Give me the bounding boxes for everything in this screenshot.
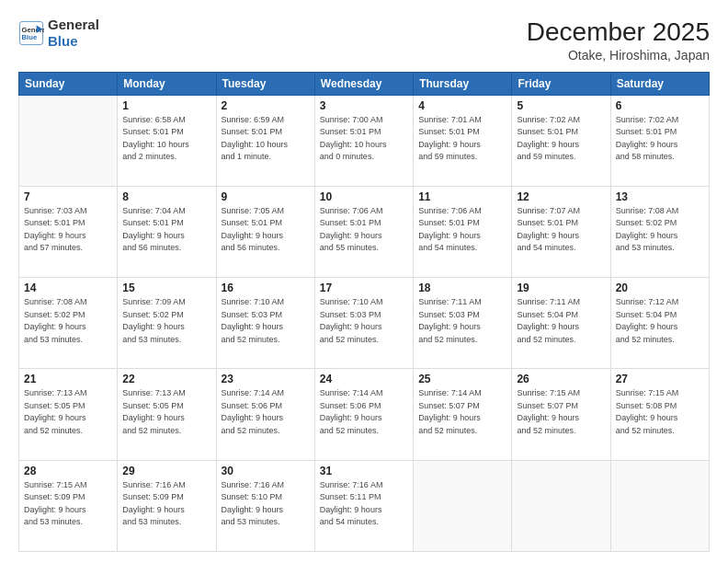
svg-text:Blue: Blue: [22, 33, 38, 41]
table-cell: 26Sunrise: 7:15 AMSunset: 5:07 PMDayligh…: [512, 369, 610, 460]
table-cell: [512, 460, 610, 551]
day-number: 10: [320, 190, 408, 203]
day-info: Sunrise: 7:01 AMSunset: 5:01 PMDaylight:…: [418, 114, 506, 164]
header: General Blue General Blue December 2025 …: [18, 17, 710, 63]
day-number: 12: [517, 190, 605, 203]
table-cell: 16Sunrise: 7:10 AMSunset: 5:03 PMDayligh…: [216, 278, 314, 369]
weekday-thursday: Thursday: [414, 72, 512, 95]
day-number: 13: [616, 190, 704, 203]
table-cell: 9Sunrise: 7:05 AMSunset: 5:01 PMDaylight…: [216, 186, 314, 277]
day-info: Sunrise: 6:58 AMSunset: 5:01 PMDaylight:…: [122, 114, 210, 164]
day-number: 7: [24, 190, 112, 203]
table-cell: 2Sunrise: 6:59 AMSunset: 5:01 PMDaylight…: [216, 95, 314, 186]
table-cell: 17Sunrise: 7:10 AMSunset: 5:03 PMDayligh…: [314, 278, 413, 369]
logo: General Blue General Blue: [18, 17, 99, 50]
day-info: Sunrise: 7:14 AMSunset: 5:06 PMDaylight:…: [222, 387, 310, 437]
day-number: 22: [122, 373, 210, 385]
table-cell: 1Sunrise: 6:58 AMSunset: 5:01 PMDaylight…: [118, 95, 216, 186]
table-cell: 12Sunrise: 7:07 AMSunset: 5:01 PMDayligh…: [512, 186, 610, 277]
day-number: 20: [616, 282, 704, 294]
weekday-saturday: Saturday: [610, 72, 709, 95]
day-info: Sunrise: 7:13 AMSunset: 5:05 PMDaylight:…: [122, 387, 210, 437]
table-cell: 22Sunrise: 7:13 AMSunset: 5:05 PMDayligh…: [118, 369, 216, 460]
day-info: Sunrise: 7:06 AMSunset: 5:01 PMDaylight:…: [418, 205, 506, 255]
day-info: Sunrise: 7:16 AMSunset: 5:10 PMDaylight:…: [222, 479, 310, 529]
week-row-4: 28Sunrise: 7:15 AMSunset: 5:09 PMDayligh…: [19, 460, 710, 551]
weekday-wednesday: Wednesday: [314, 72, 413, 95]
day-info: Sunrise: 7:00 AMSunset: 5:01 PMDaylight:…: [320, 114, 408, 164]
week-row-3: 21Sunrise: 7:13 AMSunset: 5:05 PMDayligh…: [19, 369, 710, 460]
weekday-friday: Friday: [512, 72, 610, 95]
day-info: Sunrise: 7:03 AMSunset: 5:01 PMDaylight:…: [24, 205, 112, 255]
day-number: 21: [24, 373, 112, 385]
day-number: 3: [320, 99, 408, 112]
day-number: 18: [418, 282, 506, 294]
day-number: 29: [122, 465, 210, 477]
day-info: Sunrise: 7:07 AMSunset: 5:01 PMDaylight:…: [517, 205, 605, 255]
day-number: 31: [320, 465, 408, 477]
table-cell: 7Sunrise: 7:03 AMSunset: 5:01 PMDaylight…: [19, 186, 118, 277]
table-cell: 10Sunrise: 7:06 AMSunset: 5:01 PMDayligh…: [314, 186, 413, 277]
weekday-monday: Monday: [118, 72, 216, 95]
day-number: 25: [418, 373, 506, 385]
table-cell: 23Sunrise: 7:14 AMSunset: 5:06 PMDayligh…: [216, 369, 314, 460]
day-info: Sunrise: 7:14 AMSunset: 5:06 PMDaylight:…: [320, 387, 408, 437]
logo-text-blue: Blue: [48, 33, 99, 50]
table-cell: 27Sunrise: 7:15 AMSunset: 5:08 PMDayligh…: [610, 369, 709, 460]
table-cell: 11Sunrise: 7:06 AMSunset: 5:01 PMDayligh…: [414, 186, 512, 277]
table-cell: 14Sunrise: 7:08 AMSunset: 5:02 PMDayligh…: [19, 278, 118, 369]
logo-icon: General Blue: [18, 20, 44, 46]
day-number: 15: [122, 282, 210, 294]
table-cell: 20Sunrise: 7:12 AMSunset: 5:04 PMDayligh…: [610, 278, 709, 369]
day-number: 24: [320, 373, 408, 385]
day-info: Sunrise: 7:12 AMSunset: 5:04 PMDaylight:…: [616, 296, 704, 346]
table-cell: 21Sunrise: 7:13 AMSunset: 5:05 PMDayligh…: [19, 369, 118, 460]
day-number: 4: [418, 99, 506, 112]
day-info: Sunrise: 7:09 AMSunset: 5:02 PMDaylight:…: [122, 296, 210, 346]
table-cell: [414, 460, 512, 551]
table-cell: 19Sunrise: 7:11 AMSunset: 5:04 PMDayligh…: [512, 278, 610, 369]
week-row-1: 7Sunrise: 7:03 AMSunset: 5:01 PMDaylight…: [19, 186, 710, 277]
day-info: Sunrise: 7:08 AMSunset: 5:02 PMDaylight:…: [24, 296, 112, 346]
day-info: Sunrise: 7:11 AMSunset: 5:03 PMDaylight:…: [418, 296, 506, 346]
day-info: Sunrise: 7:15 AMSunset: 5:09 PMDaylight:…: [24, 479, 112, 529]
table-cell: [19, 95, 118, 186]
day-number: 26: [517, 373, 605, 385]
day-info: Sunrise: 7:10 AMSunset: 5:03 PMDaylight:…: [222, 296, 310, 346]
page-title: December 2025: [527, 17, 710, 48]
day-number: 17: [320, 282, 408, 294]
table-cell: 28Sunrise: 7:15 AMSunset: 5:09 PMDayligh…: [19, 460, 118, 551]
day-info: Sunrise: 7:15 AMSunset: 5:08 PMDaylight:…: [616, 387, 704, 437]
week-row-2: 14Sunrise: 7:08 AMSunset: 5:02 PMDayligh…: [19, 278, 710, 369]
day-info: Sunrise: 7:11 AMSunset: 5:04 PMDaylight:…: [517, 296, 605, 346]
table-cell: [610, 460, 709, 551]
week-row-0: 1Sunrise: 6:58 AMSunset: 5:01 PMDaylight…: [19, 95, 710, 186]
day-number: 5: [517, 99, 605, 112]
logo-text-general: General: [48, 17, 99, 33]
table-cell: 3Sunrise: 7:00 AMSunset: 5:01 PMDaylight…: [314, 95, 413, 186]
day-number: 23: [222, 373, 310, 385]
table-cell: 4Sunrise: 7:01 AMSunset: 5:01 PMDaylight…: [414, 95, 512, 186]
day-number: 30: [222, 465, 310, 477]
day-info: Sunrise: 6:59 AMSunset: 5:01 PMDaylight:…: [222, 114, 310, 164]
day-number: 2: [222, 99, 310, 112]
day-info: Sunrise: 7:02 AMSunset: 5:01 PMDaylight:…: [616, 114, 704, 164]
day-info: Sunrise: 7:13 AMSunset: 5:05 PMDaylight:…: [24, 387, 112, 437]
day-number: 27: [616, 373, 704, 385]
day-info: Sunrise: 7:06 AMSunset: 5:01 PMDaylight:…: [320, 205, 408, 255]
page: General Blue General Blue December 2025 …: [0, 0, 728, 563]
day-info: Sunrise: 7:16 AMSunset: 5:11 PMDaylight:…: [320, 479, 408, 529]
day-info: Sunrise: 7:05 AMSunset: 5:01 PMDaylight:…: [222, 205, 310, 255]
title-block: December 2025 Otake, Hiroshima, Japan: [527, 17, 710, 63]
day-info: Sunrise: 7:15 AMSunset: 5:07 PMDaylight:…: [517, 387, 605, 437]
table-cell: 18Sunrise: 7:11 AMSunset: 5:03 PMDayligh…: [414, 278, 512, 369]
calendar-table: Sunday Monday Tuesday Wednesday Thursday…: [18, 72, 710, 552]
table-cell: 30Sunrise: 7:16 AMSunset: 5:10 PMDayligh…: [216, 460, 314, 551]
day-number: 9: [222, 190, 310, 203]
day-number: 28: [24, 465, 112, 477]
table-cell: 29Sunrise: 7:16 AMSunset: 5:09 PMDayligh…: [118, 460, 216, 551]
day-info: Sunrise: 7:02 AMSunset: 5:01 PMDaylight:…: [517, 114, 605, 164]
day-number: 1: [122, 99, 210, 112]
day-number: 14: [24, 282, 112, 294]
day-info: Sunrise: 7:10 AMSunset: 5:03 PMDaylight:…: [320, 296, 408, 346]
